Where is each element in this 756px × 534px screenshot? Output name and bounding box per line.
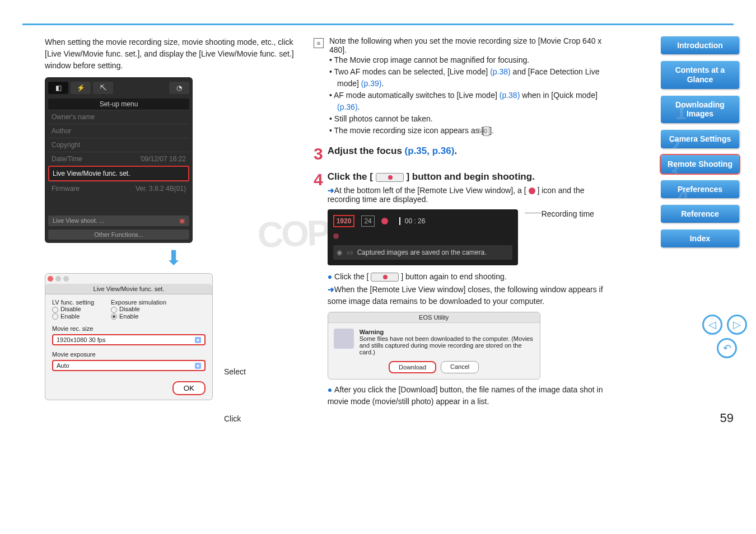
setup-title: Set-up menu [48, 99, 189, 110]
row-date-time[interactable]: Date/Time '09/12/07 16:22 [48, 152, 189, 166]
lv-dialog-title: Live View/Movie func. set. [45, 284, 212, 294]
nav-downloading[interactable]: 1Downloading Images [661, 96, 739, 124]
nav-preferences[interactable]: 4Preferences [661, 180, 739, 198]
link-p39[interactable]: (p.39) [361, 79, 382, 88]
lv-saved-text: Captured images are saved on the camera. [357, 249, 487, 256]
lv-dialog: Live View/Movie func. set. LV func. sett… [45, 273, 213, 400]
nav-index[interactable]: Index [661, 229, 739, 247]
row-live-view-movie[interactable]: Live View/Movie func. set. [48, 166, 189, 181]
link-p38[interactable]: (p.38) [490, 67, 511, 76]
lv-disable-radio[interactable]: Disable [52, 306, 94, 313]
cancel-button[interactable]: Cancel [441, 361, 479, 373]
chevron-down-icon: ▾ [195, 337, 201, 343]
back-button[interactable]: ↶ [717, 338, 737, 358]
tab-wrench-icon[interactable]: ⛏ [93, 82, 113, 94]
arrow-down-icon: ⬇ [45, 246, 302, 270]
movie-exposure-value: Auto [57, 362, 69, 369]
link-p35-p36[interactable]: (p.35, p.36) [405, 146, 455, 156]
record-button-icon [376, 173, 404, 182]
next-page-button[interactable]: ▷ [727, 315, 747, 335]
chevron-down-icon: ▾ [195, 363, 201, 369]
link-p38[interactable]: (p.38) [500, 91, 520, 100]
live-view-shoot-label: Live View shoot. ... [53, 217, 104, 224]
lv-fps: 24 [361, 216, 374, 227]
step-4-desc: ➜At the bottom left of the [Remote Live … [328, 186, 616, 204]
red-dot-icon [529, 188, 535, 194]
recording-indicator-icon [381, 218, 388, 224]
icon-640: 640 [483, 127, 489, 136]
warning-title: EOS Utility [328, 312, 540, 323]
date-label: Date/Time [52, 155, 82, 163]
row-author[interactable]: Author [48, 124, 189, 138]
end-shooting-text: ● Click the [ ] button again to end shoo… [328, 272, 616, 282]
exp-sim-label: Exposure simulation [111, 299, 166, 306]
note-item-1: The Movie crop image cannot be magnified… [329, 54, 616, 66]
step-3-number: 3 [314, 146, 323, 162]
fw-label: Firmware [52, 185, 80, 193]
nav-introduction[interactable]: Introduction [661, 36, 739, 54]
step-3-title: Adjust the focus (p.35, p.36). [328, 146, 616, 157]
step-4-title: Click the [ ] button and begin shooting. [328, 171, 616, 182]
other-functions-button[interactable]: Other Functions... [48, 229, 189, 240]
row-firmware[interactable]: Firmware Ver. 3.8.2 4B(01) [48, 181, 189, 195]
note-item-2: Two AF modes can be selected, [Live mode… [329, 66, 616, 90]
row-copyright[interactable]: Copyright [48, 138, 189, 152]
tab-camera-icon[interactable]: ◧ [48, 82, 68, 94]
link-p36[interactable]: (p.36) [337, 102, 358, 111]
note-icon: ≡ [314, 38, 324, 48]
step-4-number: 4 [314, 171, 323, 407]
after-download-text: ● After you click the [Download] button,… [328, 384, 616, 407]
row-owners-name[interactable]: Owner's name [48, 110, 189, 124]
recording-time-label: Recording time [542, 209, 594, 218]
record-button-icon [371, 273, 399, 282]
nav-reference[interactable]: Reference [661, 205, 739, 223]
ok-button[interactable]: OK [172, 381, 206, 395]
select-callout: Select [224, 367, 246, 376]
click-callout: Click [224, 414, 241, 423]
prev-page-button[interactable]: ◁ [702, 315, 722, 335]
close-window-text: ➜When the [Remote Live View window] clos… [328, 284, 616, 307]
download-button[interactable]: Download [389, 361, 436, 373]
intro-text: When setting the movie recording size, m… [45, 36, 302, 72]
fw-value: Ver. 3.8.2 4B(01) [136, 185, 186, 193]
note-intro: Note the following when you set the movi… [329, 36, 616, 54]
note-item-5: The movie recording size icon appears as… [329, 125, 616, 137]
exp-disable-radio[interactable]: Disable [111, 306, 166, 313]
live-view-shoot-button[interactable]: Live View shoot. ... ▣ [48, 216, 189, 226]
rec-size-label: Movie rec. size [52, 325, 206, 332]
rec-size-select[interactable]: 1920x1080 30 fps ▾ [52, 334, 206, 345]
warning-heading: Warning [360, 329, 384, 335]
warning-dialog: EOS Utility Warning Some files have not … [328, 312, 540, 380]
date-value: '09/12/07 16:22 [140, 155, 186, 163]
setup-menu-window: ◧ ⚡ ⛏ ◔ Set-up menu Owner's name Author … [45, 77, 193, 243]
note-item-4: Still photos cannot be taken. [329, 113, 616, 125]
note-item-3: AF mode automatically switches to [Live … [329, 90, 616, 113]
exp-enable-radio[interactable]: Enable [111, 313, 166, 320]
radio-icon: ◉ [337, 249, 342, 256]
camera-small-icon: ▭ [347, 249, 353, 256]
movie-exposure-select[interactable]: Auto ▾ [52, 360, 206, 371]
rec-size-value: 1920x1080 30 fps [57, 336, 105, 343]
page-number: 59 [0, 407, 756, 429]
camera-icon: ▣ [179, 217, 185, 224]
lv-resolution: 1920 [333, 215, 355, 227]
nav-contents[interactable]: Contents at a Glance [661, 61, 739, 89]
warning-icon [334, 329, 354, 349]
movie-exposure-label: Movie exposure [52, 351, 206, 358]
tab-timer-icon[interactable]: ◔ [169, 82, 189, 94]
nav-camera-settings[interactable]: 2Camera Settings [661, 130, 739, 148]
lv-func-label: LV func. setting [52, 299, 94, 306]
red-dot-icon [333, 233, 339, 239]
warning-body: Some files have not been downloaded to t… [360, 335, 534, 355]
live-view-panel: 1920 24 00 : 26 ◉ ▭ Captured images are … [328, 209, 518, 265]
lv-time: 00 : 26 [399, 217, 426, 225]
nav-remote-shooting[interactable]: 3Remote Shooting [661, 155, 739, 174]
tab-flash-icon[interactable]: ⚡ [71, 82, 91, 94]
lv-enable-radio[interactable]: Enable [52, 313, 94, 320]
